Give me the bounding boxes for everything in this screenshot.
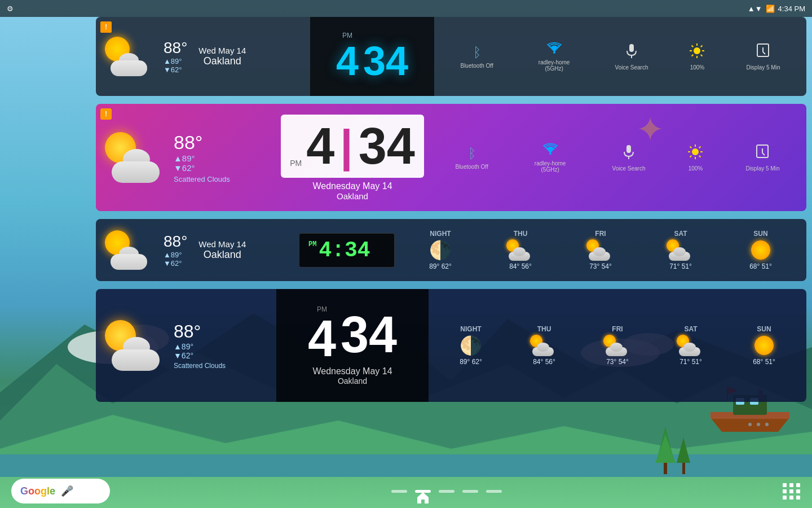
forecast-day-icon: 🌗	[426, 239, 454, 261]
qs-wifi[interactable]: radley-home (5GHz)	[535, 41, 574, 72]
w4-temp: 88°	[174, 321, 226, 342]
w2-clock-colon: |	[340, 120, 352, 172]
w3-forecast: NIGHT🌗89° 62°THU84° 56°FRI73° 54°SAT71° …	[395, 230, 806, 270]
forecast-day-label: SUN	[757, 325, 771, 333]
forecast-day-label: THU	[514, 230, 528, 238]
nav-dot-1[interactable]	[391, 490, 407, 493]
forecast-day-icon	[530, 335, 558, 356]
fi-sun-only	[754, 336, 774, 355]
svg-line-47	[690, 146, 692, 148]
w1-temp: 88°	[164, 39, 187, 57]
apps-dot	[789, 489, 793, 493]
trees	[654, 426, 699, 477]
w2-temp-info: 88° ▲89° ▼62° Scattered Clouds	[174, 132, 230, 183]
w2-qs-wifi[interactable]: radley-home (5GHz)	[531, 142, 570, 173]
w2-qs-brightness[interactable]: 100%	[687, 144, 703, 172]
forecast-day-label: SAT	[674, 230, 687, 238]
widget-1[interactable]: ! 88° ▲89° ▼62° Wed May 14 Oakland PM 4	[96, 17, 806, 96]
widget-2[interactable]: ! ✦ 88° ▲89° ▼62° Scattered Clouds PM 4 …	[96, 104, 806, 211]
w2-wifi-icon	[542, 142, 558, 158]
moon-icon: 🌗	[429, 239, 452, 261]
status-right: ▲▼ 📶 4:34 PM	[748, 5, 805, 13]
apps-dot	[783, 496, 787, 500]
w4-date: Wednesday May 14	[312, 366, 392, 376]
apps-dot	[783, 489, 787, 493]
nav-dots	[391, 490, 502, 493]
w2-weather: 88° ▲89° ▼62° Scattered Clouds	[96, 132, 276, 183]
google-search-bar[interactable]: Google 🎤	[11, 479, 110, 503]
w1-min: 34	[363, 41, 408, 81]
forecast-day-sat: SAT71° 51°	[667, 230, 695, 270]
display-timer-icon	[756, 43, 770, 62]
forecast-day-label: SAT	[684, 325, 697, 333]
w3-temp: 88°	[164, 233, 187, 251]
w3-weather-icon	[105, 230, 156, 270]
forecast-day-icon	[667, 239, 695, 261]
w3-location: Wed May 14 Oakland	[198, 239, 246, 261]
qs-voice[interactable]: Voice Search	[615, 43, 648, 71]
apps-dot	[783, 483, 787, 487]
w4-condition: Scattered Clouds	[174, 362, 226, 370]
w3-city: Oakland	[198, 249, 246, 261]
nav-dot-2[interactable]	[439, 490, 454, 493]
svg-point-17	[757, 423, 760, 426]
forecast-day-temps: 84° 56°	[509, 262, 532, 270]
fi-cloud	[606, 347, 627, 356]
w2-city: Oakland	[312, 191, 392, 201]
apps-dot	[789, 496, 793, 500]
w2-microphone-icon	[622, 144, 636, 163]
w2-clock-section: PM 4 | 34 Wednesday May 14 Oakland	[276, 104, 429, 211]
w3-temp-low: ▼62°	[164, 259, 187, 268]
microphone-icon	[625, 43, 638, 62]
w1-date: Wed May 14	[198, 46, 246, 55]
w4-weather-row: 88° ▲89° ▼62° Scattered Clouds	[105, 320, 226, 371]
bottom-nav: Google 🎤	[0, 474, 812, 508]
w2-qs-bluetooth[interactable]: ᛒ Bluetooth Off	[455, 146, 488, 170]
w3-temp-high: ▲89°	[164, 251, 187, 259]
forecast-day-sun: SUN68° 51°	[747, 230, 775, 270]
w2-date-location: Wednesday May 14 Oakland	[312, 181, 392, 201]
status-bar: ⚙ ▲▼ 📶 4:34 PM	[0, 0, 812, 17]
nav-dot-3[interactable]	[462, 490, 478, 493]
nav-dot-4[interactable]	[486, 490, 502, 493]
forecast-day-label: FRI	[612, 325, 623, 333]
forecast-day-temps: 84° 56°	[533, 358, 555, 366]
wifi-icon	[546, 41, 562, 57]
svg-line-33	[701, 54, 703, 56]
w2-flip-clock: PM 4 | 34	[281, 115, 424, 178]
forecast-day-temps: 89° 62°	[429, 262, 452, 270]
w2-bluetooth-icon: ᛒ	[468, 146, 476, 161]
w2-qs-display[interactable]: Display 5 Min	[745, 144, 779, 172]
w4-hour-block: PM 4	[308, 305, 336, 364]
w4-forecast: NIGHT🌗89° 62°THU84° 56°FRI73° 54°SAT71° …	[429, 325, 806, 366]
apps-grid-button[interactable]	[783, 483, 801, 500]
nav-dot-home[interactable]	[415, 490, 431, 493]
widget-3[interactable]: ! 88° ▲89° ▼62° Wed May 14 Oakland PM 4:…	[96, 219, 806, 281]
qs-brightness[interactable]: 100%	[689, 43, 705, 71]
w2-qs-voice-label: Voice Search	[612, 165, 646, 172]
apps-dot	[796, 496, 800, 500]
w4-temp-low: ▼62°	[174, 351, 226, 360]
w4-clock-section: PM 4 34 Wednesday May 14 Oakland	[276, 289, 429, 402]
mic-icon[interactable]: 🎤	[61, 485, 73, 497]
svg-point-18	[765, 423, 769, 426]
w1-temp-info: 88° ▲89° ▼62°	[164, 39, 187, 74]
qs-bluetooth[interactable]: ᛒ Bluetooth Off	[460, 45, 493, 69]
w1-weather: 88° ▲89° ▼62° Wed May 14 Oakland	[96, 37, 310, 76]
qs-display[interactable]: Display 5 Min	[746, 43, 780, 71]
widget-4[interactable]: ! 88° ▲89° ▼62° Scattered Clouds	[96, 289, 806, 402]
w3-digital-clock: PM 4:34	[299, 233, 395, 268]
svg-rect-40	[626, 145, 631, 153]
svg-line-49	[699, 146, 701, 148]
svg-point-27	[694, 47, 700, 54]
forecast-day-label: FRI	[595, 230, 606, 238]
w2-temp-high: ▲89°	[174, 154, 230, 163]
w2-temp-low: ▼62°	[174, 163, 230, 173]
w4-clock-min: 34	[341, 309, 397, 360]
forecast-day-temps: 89° 62°	[460, 358, 482, 366]
w4-cloud-main	[112, 349, 160, 371]
svg-line-35	[692, 54, 694, 56]
w3-weather: 88° ▲89° ▼62° Wed May 14 Oakland	[96, 230, 299, 270]
forecast-day-icon	[506, 239, 535, 261]
forecast-day-label: NIGHT	[430, 230, 451, 238]
